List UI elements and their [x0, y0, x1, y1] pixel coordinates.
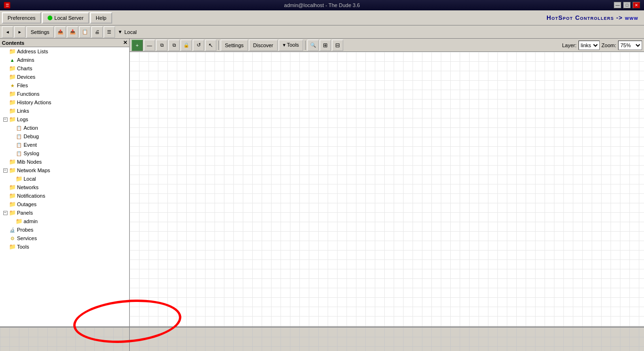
settings-map-button[interactable]: Settings: [221, 40, 248, 51]
title-bar-left: ☰: [4, 2, 10, 8]
tree-item-files[interactable]: ★ Files: [0, 81, 129, 90]
forward-button[interactable]: ►: [14, 26, 25, 38]
log-icon: 📋: [15, 125, 23, 131]
folder-icon: 📁: [15, 218, 23, 225]
layer-select[interactable]: links: [578, 41, 600, 50]
paste-button[interactable]: ⧉: [168, 40, 180, 51]
tree-item-local[interactable]: 📁 Local: [0, 175, 129, 183]
folder-icon: 📁: [8, 99, 16, 106]
binoculars-button[interactable]: 🔍: [307, 40, 319, 51]
help-menu[interactable]: Help: [90, 12, 112, 24]
expand-icon: ▼: [118, 29, 124, 34]
discover-button[interactable]: Discover: [249, 40, 278, 51]
collapse-icon[interactable]: −: [2, 211, 8, 215]
tree-item-syslog[interactable]: 📋 Syslog: [0, 149, 129, 158]
tree-item-mib-nodes[interactable]: 📁 Mib Nodes: [0, 158, 129, 166]
tree-item-admins[interactable]: ▲ Admins: [0, 56, 129, 64]
map-area: + — ⧉ ⧉ 🔒 ↺ ↖ Settings Discover ▾ Tools …: [130, 39, 644, 326]
hotspot-label: HotSpot Controllers -> www: [546, 14, 642, 21]
maximize-button[interactable]: □: [623, 2, 631, 8]
folder-icon: 📁: [8, 209, 16, 216]
toolbar-separator: [218, 41, 219, 50]
services-icon: ⚙: [8, 235, 16, 242]
lock-button[interactable]: 🔒: [181, 40, 192, 51]
folder-icon: 📁: [8, 243, 16, 250]
menu-bar: Preferences Local Server Help HotSpot Co…: [0, 10, 644, 25]
bottom-right-panel: [130, 327, 644, 351]
tree-item-functions[interactable]: 📁 Functions: [0, 90, 129, 98]
select-tool-button[interactable]: ↖: [205, 40, 216, 51]
tree-item-devices[interactable]: 📁 Devices: [0, 73, 129, 81]
tree-item-action[interactable]: 📋 Action: [0, 124, 129, 132]
folder-icon: 📁: [8, 48, 16, 55]
tree-item-logs[interactable]: − 📁 Logs: [0, 115, 129, 124]
close-button[interactable]: ✕: [633, 2, 640, 8]
remove-button[interactable]: —: [144, 40, 155, 51]
files-icon: ★: [8, 82, 16, 89]
tree-item-history-actions[interactable]: 📁 History Actions: [0, 98, 129, 107]
tree-item-address-lists[interactable]: 📁 Address Lists: [0, 47, 129, 56]
title-bar: ☰ admin@localhost - The Dude 3.6 — □ ✕: [0, 0, 644, 10]
tree-item-notifications[interactable]: 📁 Notifications: [0, 192, 129, 200]
tree-item-probes[interactable]: 🔬 Probes: [0, 226, 129, 234]
log-icon: 📋: [15, 150, 23, 157]
server-status-indicator: [48, 16, 52, 20]
refresh-button[interactable]: ↺: [193, 40, 204, 51]
map-canvas[interactable]: [130, 52, 644, 326]
bottom-left-panel: [0, 327, 130, 351]
tree-item-links[interactable]: 📁 Links: [0, 107, 129, 115]
tree-item-network-maps[interactable]: − 📁 Network Maps: [0, 166, 129, 175]
back-button[interactable]: ◄: [2, 26, 13, 38]
bottom-area: [0, 326, 644, 351]
zoom-fit-button[interactable]: ⊞: [320, 40, 331, 51]
zoom-select[interactable]: 75% 50% 100%: [618, 41, 642, 50]
add-button[interactable]: +: [132, 40, 143, 51]
view-button[interactable]: ☰: [104, 26, 115, 38]
print-button[interactable]: 🖨: [91, 26, 103, 38]
nav-toolbar: ◄ ► Settings 📤 📥 📋 🖨 ☰ ▼ Local: [0, 25, 644, 39]
collapse-icon[interactable]: −: [2, 168, 8, 173]
layer-label: Layer:: [562, 42, 577, 48]
contents-close-icon[interactable]: ✕: [123, 40, 127, 46]
tree-item-panels[interactable]: − 📁 Panels: [0, 209, 129, 217]
tree-item-services[interactable]: ⚙ Services: [0, 234, 129, 242]
tree-item-event[interactable]: 📋 Event: [0, 141, 129, 149]
folder-icon: 📁: [15, 176, 23, 182]
probes-icon: 🔬: [8, 226, 16, 233]
window-title: admin@localhost - The Dude 3.6: [284, 2, 360, 8]
main-content: Contents ✕ 📁 Address Lists ▲ Admins 📁 Ch…: [0, 39, 644, 326]
layer-zoom-controls: Layer: links Zoom: 75% 50% 100%: [562, 41, 642, 50]
zoom-select-button[interactable]: ⊟: [332, 40, 343, 51]
folder-icon: 📁: [8, 65, 16, 72]
contents-header: Contents ✕: [0, 39, 129, 47]
tools-button[interactable]: ▾ Tools: [279, 40, 304, 51]
map-toolbar: + — ⧉ ⧉ 🔒 ↺ ↖ Settings Discover ▾ Tools …: [130, 39, 644, 52]
folder-icon: 📁: [8, 108, 16, 114]
export-button[interactable]: 📤: [55, 26, 66, 38]
location-bar: ▼ Local: [118, 29, 137, 35]
tree-item-networks[interactable]: 📁 Networks: [0, 183, 129, 192]
tree-item-charts[interactable]: 📁 Charts: [0, 64, 129, 73]
local-server-label: Local Server: [54, 15, 83, 21]
tree-item-debug[interactable]: 📋 Debug: [0, 132, 129, 141]
tree-item-tools[interactable]: 📁 Tools: [0, 242, 129, 251]
collapse-icon[interactable]: −: [2, 117, 8, 122]
log-icon: 📋: [15, 142, 23, 148]
tree-item-admin-panel[interactable]: 📁 admin: [0, 217, 129, 226]
address-button[interactable]: 📋: [79, 26, 91, 38]
preferences-menu[interactable]: Preferences: [2, 12, 41, 24]
local-server-menu[interactable]: Local Server: [42, 12, 89, 24]
copy-button[interactable]: ⧉: [156, 40, 167, 51]
sidebar: Contents ✕ 📁 Address Lists ▲ Admins 📁 Ch…: [0, 39, 130, 326]
tree-item-outages[interactable]: 📁 Outages: [0, 200, 129, 209]
folder-icon: 📁: [8, 74, 16, 80]
folder-icon: 📁: [8, 167, 16, 174]
zoom-label: Zoom:: [602, 42, 616, 48]
settings-nav-button[interactable]: Settings: [26, 26, 54, 38]
minimize-button[interactable]: —: [614, 2, 621, 8]
toolbar-separator: [305, 41, 305, 50]
folder-icon: 📁: [8, 159, 16, 165]
tree-area: 📁 Address Lists ▲ Admins 📁 Charts 📁 Devi…: [0, 47, 129, 326]
folder-icon: 📁: [8, 116, 16, 123]
import-button[interactable]: 📥: [67, 26, 78, 38]
